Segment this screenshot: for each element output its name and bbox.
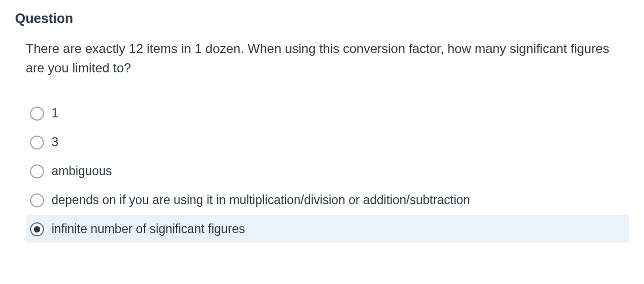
option-label: infinite number of significant figures [52,221,245,237]
option-row-3[interactable]: ambiguous [26,157,629,186]
option-row-2[interactable]: 3 [26,128,629,157]
radio-icon [30,107,44,121]
question-text: There are exactly 12 items in 1 dozen. W… [26,39,629,78]
option-label: depends on if you are using it in multip… [52,192,470,208]
options-group: 1 3 ambiguous depends on if you are usin… [26,99,629,243]
radio-icon [30,165,44,178]
radio-icon [30,136,44,150]
option-row-4[interactable]: depends on if you are using it in multip… [26,186,629,215]
radio-icon [30,193,44,207]
radio-icon [30,222,44,236]
option-label: 3 [52,134,58,151]
option-row-1[interactable]: 1 [26,99,629,128]
option-label: 1 [52,106,58,122]
option-label: ambiguous [52,163,112,180]
option-row-5[interactable]: infinite number of significant figures [26,215,629,244]
radio-dot-icon [34,226,40,233]
question-body: There are exactly 12 items in 1 dozen. W… [15,39,629,243]
question-header: Question [15,11,629,26]
